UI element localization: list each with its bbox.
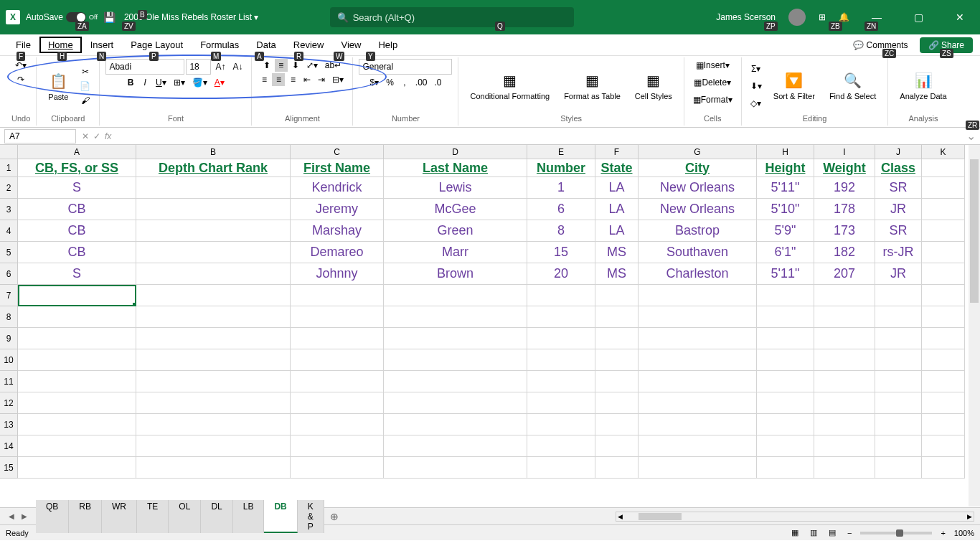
cell-E14[interactable] xyxy=(527,435,595,457)
maximize-button[interactable]: ▢ xyxy=(904,0,933,34)
format-cells-button[interactable]: ▦ Format ▾ xyxy=(690,93,735,106)
cell-I9[interactable] xyxy=(814,328,875,349)
cell-G7[interactable] xyxy=(639,285,757,306)
cell-K2[interactable] xyxy=(922,177,965,199)
cell-F3[interactable]: LA xyxy=(595,199,639,220)
find-select-button[interactable]: 🔍 Find & Select xyxy=(824,67,882,103)
cell-E7[interactable] xyxy=(527,285,595,306)
align-left-button[interactable]: ≡ xyxy=(258,73,270,86)
cell-B2[interactable] xyxy=(136,177,291,199)
cell-A7[interactable] xyxy=(18,285,136,306)
cell-B10[interactable] xyxy=(136,349,291,371)
add-sheet-button[interactable]: ⊕ xyxy=(324,509,344,524)
cell-C7[interactable] xyxy=(291,285,384,306)
cell-A4[interactable]: CB xyxy=(18,220,136,242)
sort-filter-button[interactable]: 🔽 Sort & Filter xyxy=(768,67,821,103)
cell-J6[interactable]: JR xyxy=(875,263,922,285)
cell-E10[interactable] xyxy=(527,349,595,371)
cell-I14[interactable] xyxy=(814,435,875,457)
tab-view[interactable]: View xyxy=(332,37,369,53)
row-header-9[interactable]: 9 xyxy=(0,328,18,349)
cell-J1[interactable]: Class xyxy=(875,159,922,177)
cell-B1[interactable]: Depth Chart Rank xyxy=(136,159,291,177)
underline-button[interactable]: U▾ xyxy=(153,76,169,89)
scroll-right-icon[interactable]: ▶ xyxy=(966,513,974,520)
cell-J4[interactable]: SR xyxy=(875,220,922,242)
copy-button[interactable]: 📄 xyxy=(77,80,93,93)
cell-I10[interactable] xyxy=(814,349,875,371)
cell-H10[interactable] xyxy=(757,349,814,371)
orientation-button[interactable]: ⤢▾ xyxy=(303,59,321,72)
cell-H8[interactable] xyxy=(757,306,814,328)
cell-D9[interactable] xyxy=(384,328,527,349)
name-box[interactable]: A7 xyxy=(4,129,76,143)
cell-A8[interactable] xyxy=(18,306,136,328)
currency-button[interactable]: $▾ xyxy=(367,76,382,89)
cell-K3[interactable] xyxy=(922,199,965,220)
cell-D13[interactable] xyxy=(384,414,527,435)
percent-button[interactable]: % xyxy=(383,76,397,89)
cell-I6[interactable]: 207 xyxy=(814,263,875,285)
cell-F4[interactable]: LA xyxy=(595,220,639,242)
row-header-5[interactable]: 5 xyxy=(0,242,18,263)
cell-F12[interactable] xyxy=(595,392,639,414)
tab-formulas[interactable]: Formulas xyxy=(192,37,248,53)
cell-A2[interactable]: S xyxy=(18,177,136,199)
cell-F6[interactable]: MS xyxy=(595,263,639,285)
cell-B6[interactable] xyxy=(136,263,291,285)
clear-button[interactable]: ◇▾ xyxy=(748,97,765,110)
row-header-7[interactable]: 7 xyxy=(0,285,18,306)
cell-D6[interactable]: Brown xyxy=(384,263,527,285)
cell-E5[interactable]: 15 xyxy=(527,242,595,263)
cell-B14[interactable] xyxy=(136,435,291,457)
cell-C12[interactable] xyxy=(291,392,384,414)
col-header-E[interactable]: E xyxy=(527,145,595,159)
cell-B3[interactable] xyxy=(136,199,291,220)
font-name-select[interactable] xyxy=(105,59,184,75)
cell-A14[interactable] xyxy=(18,435,136,457)
autosum-button[interactable]: Σ▾ xyxy=(748,62,765,75)
tab-review[interactable]: Review xyxy=(285,37,333,53)
cell-styles-button[interactable]: ▦ Cell Styles xyxy=(629,67,678,103)
cell-C14[interactable] xyxy=(291,435,384,457)
cell-F15[interactable] xyxy=(595,457,639,479)
cell-K12[interactable] xyxy=(922,392,965,414)
enter-formula-icon[interactable]: ✓ xyxy=(93,131,100,141)
cell-C9[interactable] xyxy=(291,328,384,349)
cell-K15[interactable] xyxy=(922,457,965,479)
autosave-toggle[interactable]: AutoSave Off xyxy=(26,12,98,22)
cell-K11[interactable] xyxy=(922,371,965,392)
cell-I2[interactable]: 192 xyxy=(814,177,875,199)
col-header-A[interactable]: A xyxy=(18,145,136,159)
cell-K9[interactable] xyxy=(922,328,965,349)
decrease-indent-button[interactable]: ⇤ xyxy=(301,73,314,86)
cell-G12[interactable] xyxy=(639,392,757,414)
cell-G4[interactable]: Bastrop xyxy=(639,220,757,242)
cell-E13[interactable] xyxy=(527,414,595,435)
horizontal-scrollbar[interactable]: ◀ ▶ xyxy=(616,512,974,522)
cell-K5[interactable] xyxy=(922,242,965,263)
zoom-level[interactable]: 100% xyxy=(954,529,974,537)
cell-G14[interactable] xyxy=(639,435,757,457)
cell-D11[interactable] xyxy=(384,371,527,392)
tab-home[interactable]: Home xyxy=(39,37,82,53)
format-as-table-button[interactable]: ▦ Format as Table xyxy=(558,67,626,103)
col-header-K[interactable]: K xyxy=(922,145,965,159)
notification-icon[interactable]: 🔔 xyxy=(839,12,849,22)
cell-E6[interactable]: 20 xyxy=(527,263,595,285)
cell-F10[interactable] xyxy=(595,349,639,371)
sheet-nav-next[interactable]: ▶ xyxy=(19,511,30,522)
cell-J7[interactable] xyxy=(875,285,922,306)
cell-F8[interactable] xyxy=(595,306,639,328)
page-break-view-button[interactable]: ▤ xyxy=(826,527,839,539)
cell-K8[interactable] xyxy=(922,306,965,328)
cell-C1[interactable]: First Name xyxy=(291,159,384,177)
cell-I3[interactable]: 178 xyxy=(814,199,875,220)
cell-E2[interactable]: 1 xyxy=(527,177,595,199)
row-header-4[interactable]: 4 xyxy=(0,220,18,242)
cell-C15[interactable] xyxy=(291,457,384,479)
cell-C13[interactable] xyxy=(291,414,384,435)
cell-C2[interactable]: Kendrick xyxy=(291,177,384,199)
col-header-D[interactable]: D xyxy=(384,145,527,159)
merge-button[interactable]: ⊟▾ xyxy=(329,73,347,86)
